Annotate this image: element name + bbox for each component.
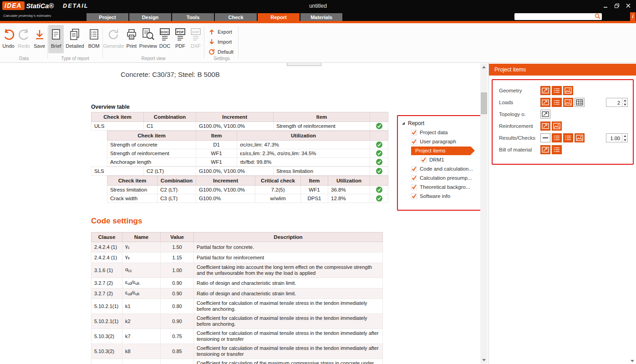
ribbon-bom-button[interactable]: BOM: [86, 25, 102, 53]
table-header-row: ClauseNameValueDescription: [92, 233, 383, 242]
ribbon-export-button[interactable]: Export: [209, 28, 238, 35]
drawing-output-toggle-icon[interactable]: [540, 110, 550, 119]
tab-design[interactable]: Design: [129, 13, 171, 21]
svg-text:PDF: PDF: [177, 30, 184, 34]
ribbon-dxf-button[interactable]: DXFDXF: [188, 25, 204, 53]
ribbon-doc-button[interactable]: DOCDOC: [157, 25, 173, 53]
value-cell: 0.85: [161, 344, 194, 359]
checkbox-checked-icon[interactable]: [411, 166, 417, 172]
clause-cell: 2.4.2.4 (1): [92, 253, 122, 263]
checkbox-checked-icon[interactable]: [411, 139, 417, 145]
column-header: [370, 176, 388, 186]
drawing-output-toggle-icon[interactable]: [540, 98, 550, 107]
picture-output-toggle-icon[interactable]: [552, 121, 562, 131]
ribbon-import-button[interactable]: Import: [209, 38, 238, 45]
table-cell: Stress limitation: [274, 167, 370, 176]
picture-output-toggle-icon[interactable]: [563, 86, 573, 95]
ribbon-brief-button[interactable]: Brief: [48, 25, 64, 53]
spinner-down-arrow[interactable]: [622, 102, 627, 106]
tab-materials[interactable]: Materials: [300, 13, 342, 21]
checkbox-checked-icon[interactable]: [411, 184, 417, 190]
tab-check[interactable]: Check: [215, 13, 257, 21]
ribbon-generate-button[interactable]: Generate: [103, 25, 124, 53]
tree-item-user-paragraph[interactable]: User paragraph: [411, 137, 482, 146]
checkbox-checked-icon[interactable]: [411, 193, 417, 199]
app-window: IDEA StatiCa® DETAIL untitled Calculate …: [0, 0, 636, 364]
scroll-up-arrow[interactable]: [480, 63, 488, 71]
panel-row-bill-of-material: Bill of material: [489, 145, 636, 157]
tree-item-project-items[interactable]: Project items: [402, 146, 482, 155]
table-cell: Crack width: [107, 194, 158, 203]
table-cell: C3 (LT): [158, 194, 196, 203]
tab-report[interactable]: Report: [258, 13, 300, 21]
spinner-up-arrow[interactable]: [622, 134, 627, 138]
column-header: Item: [301, 176, 328, 186]
drawing-output-toggle-icon[interactable]: [540, 145, 550, 154]
selected-tree-item[interactable]: Project items: [411, 147, 471, 155]
scroll-down-arrow[interactable]: [480, 356, 488, 364]
search-input[interactable]: [517, 14, 595, 20]
value-cell: 0.75: [161, 329, 194, 344]
panel-number-input[interactable]: 1.00: [606, 133, 628, 142]
table-cell: Strength of reinforcement: [274, 122, 370, 131]
ribbon-redo-button[interactable]: Redo: [16, 25, 32, 53]
drawing-output-toggle-icon[interactable]: [540, 121, 550, 131]
ribbon-preview-button[interactable]: Preview: [139, 25, 157, 53]
checkbox-checked-icon[interactable]: [421, 157, 427, 163]
minimize-button[interactable]: [602, 3, 609, 9]
tree-item-code-and-calculation[interactable]: Code and calculation...: [411, 164, 482, 173]
table-cell: WF1: [196, 158, 237, 167]
table-header-row: Check itemCombinationIncrementCritical c…: [107, 176, 388, 186]
tree-root-label: Report: [408, 120, 424, 126]
table-row: Stress limitationC2 (LT)G100.0%, V100.0%…: [107, 186, 388, 194]
ribbon-default-button[interactable]: Default: [209, 48, 238, 55]
ribbon-save-button[interactable]: Save: [32, 25, 47, 53]
ribbon-print-button[interactable]: Print: [124, 25, 139, 53]
spinner-up-arrow[interactable]: [622, 98, 627, 102]
clause-cell: 3.2.7 (2): [92, 288, 122, 299]
table-row: Anchorage lengthWF1τb/fbd: 99.8%: [107, 158, 388, 167]
list-output-toggle-icon[interactable]: [552, 86, 562, 95]
tree-expand-icon[interactable]: [402, 120, 405, 126]
checkbox-checked-icon[interactable]: [411, 175, 417, 181]
vertical-scrollbar[interactable]: [480, 63, 488, 364]
panel-number-input[interactable]: 2: [606, 98, 628, 107]
list-output-toggle-icon[interactable]: [563, 133, 573, 142]
checkbox-checked-icon[interactable]: [411, 130, 417, 136]
tab-project[interactable]: Project: [86, 13, 128, 21]
column-header: Increment: [196, 112, 274, 122]
ribbon-detailed-button[interactable]: Detailed: [64, 25, 86, 53]
tree-item-project-data[interactable]: Project data: [411, 128, 482, 137]
maximize-button[interactable]: [614, 3, 620, 9]
picture-output-toggle-icon[interactable]: [563, 98, 573, 107]
panel-row-loads: Loads2: [489, 97, 636, 109]
clipped-scrolled-content: [287, 63, 321, 66]
picture-output-toggle-icon[interactable]: [575, 133, 585, 142]
scrollbar-thumb[interactable]: [481, 92, 487, 114]
close-button[interactable]: [625, 3, 631, 9]
drawing-output-toggle-icon[interactable]: [540, 86, 550, 95]
value-cell: 1.00: [161, 263, 194, 278]
list-output-toggle-icon[interactable]: [552, 98, 562, 107]
table-output-toggle-icon[interactable]: [575, 98, 585, 107]
clause-cell: 2.4.2.4 (1): [92, 242, 122, 253]
line-output-toggle-icon[interactable]: [540, 133, 550, 142]
list-output-toggle-icon[interactable]: [552, 145, 562, 154]
spinner-down-arrow[interactable]: [622, 138, 627, 142]
tree-item-calculation-presump[interactable]: Calculation presump...: [411, 173, 482, 182]
tree-item-drm1[interactable]: DRM1: [421, 155, 482, 164]
list-output-toggle-icon[interactable]: [552, 133, 562, 142]
ribbon-group-type-of-report: BriefDetailedBOMType of report: [48, 23, 102, 62]
table-cell: Stress limitation: [107, 186, 158, 194]
doc-brief-icon: [50, 27, 62, 42]
tree-root-report[interactable]: Report: [402, 119, 482, 128]
tab-tools[interactable]: Tools: [172, 13, 214, 21]
tree-item-theoretical-backgro[interactable]: Theoretical backgro...: [411, 182, 482, 192]
info-button[interactable]: i: [630, 12, 636, 21]
ribbon-undo-button[interactable]: Undo: [1, 25, 16, 53]
ribbon: UndoRedoSaveDataBriefDetailedBOMType of …: [0, 23, 636, 63]
ribbon-pdf-button[interactable]: PDFPDF: [173, 25, 188, 53]
panel-scroll-down-arrow[interactable]: [631, 360, 634, 362]
tree-item-software-info[interactable]: Software info: [411, 192, 482, 201]
table-row: 5.10.2.1(1)k20.90Coefficient for calcula…: [92, 314, 383, 329]
